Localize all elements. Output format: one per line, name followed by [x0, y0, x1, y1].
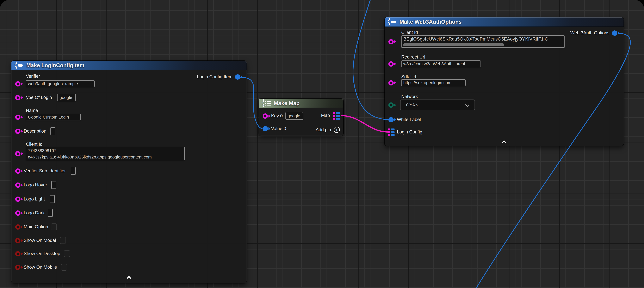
- pin-label-client-id: Client Id: [401, 30, 418, 35]
- network-dropdown[interactable]: CYAN: [400, 100, 475, 110]
- field-hscrollbar[interactable]: [403, 43, 504, 46]
- collapse-chevron[interactable]: [500, 139, 508, 145]
- node-make-map[interactable]: ❯ ❯ Make Map Key 0 google Map Value 0: [259, 99, 343, 136]
- field-type-of-login[interactable]: google: [58, 94, 76, 101]
- add-pin-button[interactable]: Add pin +: [316, 127, 340, 133]
- field-logo-light[interactable]: [50, 195, 55, 203]
- pin-label-verifier: Verifier: [26, 74, 40, 79]
- field-logo-hover[interactable]: [51, 181, 56, 189]
- make-map-icon: ❯ ❯: [262, 100, 272, 107]
- pin-logo-hover[interactable]: [15, 182, 23, 188]
- list-glyph: [265, 100, 272, 106]
- pin-label-main-option: Main Option: [24, 224, 48, 229]
- field-client-id[interactable]: 774338308167- q463s7kpvja16l4l0kko3nb925…: [26, 147, 185, 160]
- pin-label-client-id: Client Id: [26, 142, 42, 147]
- field-sdk-url[interactable]: https://sdk.openlogin.com: [401, 79, 466, 86]
- network-selected-value: CYAN: [406, 103, 419, 107]
- pin-client-id[interactable]: [388, 39, 396, 44]
- add-pin-plus-icon: +: [334, 127, 340, 133]
- pin-label-show-on-mobile: Show On Mobile: [24, 264, 57, 270]
- pin-web3auth-options-output[interactable]: [612, 31, 620, 36]
- struct-pill: [18, 64, 23, 67]
- field-client-id-line2: q463s7kpvja16l4l0kko3nb925ikds2p.apps.go…: [28, 154, 183, 160]
- make-struct-icon: ❯ ❯: [14, 62, 24, 69]
- pin-show-on-mobile[interactable]: [15, 265, 23, 270]
- pin-label-description: Description: [24, 129, 46, 134]
- pin-label-show-on-desktop: Show On Desktop: [24, 251, 60, 256]
- field-client-id-text: BEglQSgt4cUWcj6SKRdu5QkOXTsePmMcusG5EAoy…: [403, 37, 548, 42]
- struct-pill: [391, 21, 396, 23]
- checkbox-main-option[interactable]: [51, 223, 57, 230]
- pin-show-on-modal[interactable]: [15, 238, 23, 243]
- chevron-glyph: ❯: [387, 18, 391, 21]
- node-make-loginconfigitem[interactable]: ❯ ❯ Make LoginConfigItem Verifier web3au…: [12, 61, 246, 283]
- chevron-down-icon: [465, 103, 469, 107]
- field-key-0[interactable]: google: [286, 112, 303, 120]
- chevron-glyph: ❯: [387, 22, 391, 25]
- pin-label-logo-dark: Logo Dark: [24, 210, 44, 215]
- chevron-glyph: ❯: [14, 65, 18, 69]
- field-logo-dark[interactable]: [48, 209, 53, 217]
- field-name[interactable]: Google Custom Login: [26, 114, 80, 120]
- checkbox-show-on-mobile[interactable]: [61, 264, 67, 270]
- pin-type-of-login[interactable]: [15, 95, 23, 100]
- checkbox-show-on-modal[interactable]: [60, 237, 66, 244]
- pin-logo-light[interactable]: [15, 196, 23, 202]
- pin-network[interactable]: [388, 102, 396, 108]
- pin-label-sdk-url: Sdk Url: [401, 74, 416, 80]
- pin-verifier[interactable]: [15, 81, 23, 87]
- pin-label-logo-hover: Logo Hover: [24, 182, 47, 188]
- pin-value-0[interactable]: [263, 126, 270, 131]
- pin-label-key-0: Key 0: [271, 113, 283, 119]
- pin-label-web3auth-options: Web 3Auth Options: [570, 30, 610, 36]
- blueprint-graph-canvas[interactable]: ❯ ❯ Make LoginConfigItem Verifier web3au…: [0, 0, 644, 288]
- pin-verifier-sub-identifier[interactable]: [15, 168, 23, 174]
- node-header-make-loginconfigitem[interactable]: ❯ ❯ Make LoginConfigItem: [12, 61, 246, 70]
- chevron-glyph: ❯: [262, 99, 265, 103]
- chevron-glyph: ❯: [262, 103, 265, 107]
- node-make-web3authoptions[interactable]: ❯ ❯ Make Web3AuthOptions Client Id BEglQ…: [384, 17, 624, 146]
- pin-label-logo-light: Logo Light: [24, 196, 45, 202]
- field-description[interactable]: [50, 127, 56, 135]
- add-pin-label: Add pin: [316, 127, 331, 132]
- field-verifier[interactable]: web3auth-google-example: [26, 80, 94, 87]
- checkbox-show-on-desktop[interactable]: [64, 250, 70, 257]
- field-client-id-line1: 774338308167-: [28, 147, 183, 154]
- node-title: Make LoginConfigItem: [26, 62, 84, 69]
- field-client-id[interactable]: BEglQSgt4cUWcj6SKRdu5QkOXTsePmMcusG5EAoy…: [401, 36, 565, 48]
- pin-client-id[interactable]: [15, 151, 23, 156]
- pin-white-label[interactable]: [388, 117, 396, 122]
- pin-label-network: Network: [401, 94, 418, 99]
- pin-map-output[interactable]: [333, 112, 340, 120]
- make-struct-icon: ❯ ❯: [388, 19, 397, 25]
- chevron-glyph: ❯: [14, 61, 18, 65]
- pin-name[interactable]: [15, 115, 23, 120]
- pin-label-verifier-sub-identifier: Verifier Sub Identifier: [24, 168, 66, 174]
- pin-label-value-0: Value 0: [271, 126, 286, 131]
- pin-label-name: Name: [26, 108, 38, 113]
- pin-login-config[interactable]: [388, 129, 394, 136]
- pin-show-on-desktop[interactable]: [15, 251, 23, 256]
- pin-login-config-item-output[interactable]: [235, 74, 243, 80]
- collapse-chevron[interactable]: [124, 275, 133, 280]
- pin-sdk-url[interactable]: [388, 80, 396, 86]
- pin-redirect-url[interactable]: [388, 61, 396, 67]
- node-title: Make Map: [274, 100, 300, 106]
- pin-logo-dark[interactable]: [15, 210, 23, 216]
- pin-label-type-of-login: Type Of Login: [24, 95, 52, 100]
- node-title: Make Web3AuthOptions: [400, 19, 462, 25]
- pin-label-redirect-url: Redirect Url: [401, 55, 425, 60]
- pin-main-option[interactable]: [15, 224, 23, 230]
- pin-label-white-label: White Label: [397, 117, 421, 122]
- field-redirect-url[interactable]: w3a://com.w3a.Web3AuthUnreal: [401, 61, 481, 67]
- pin-label-map-output: Map: [321, 113, 330, 118]
- pin-key-0[interactable]: [263, 113, 270, 119]
- node-header-make-map[interactable]: ❯ ❯ Make Map: [259, 99, 343, 108]
- pin-label-login-config-item: Login Config Item: [197, 74, 232, 80]
- field-verifier-sub-identifier[interactable]: [71, 167, 76, 175]
- pin-label-show-on-modal: Show On Modal: [24, 238, 56, 243]
- pin-description[interactable]: [15, 129, 23, 134]
- node-header-make-web3authoptions[interactable]: ❯ ❯ Make Web3AuthOptions: [384, 17, 624, 27]
- pin-label-login-config: Login Config: [397, 129, 422, 135]
